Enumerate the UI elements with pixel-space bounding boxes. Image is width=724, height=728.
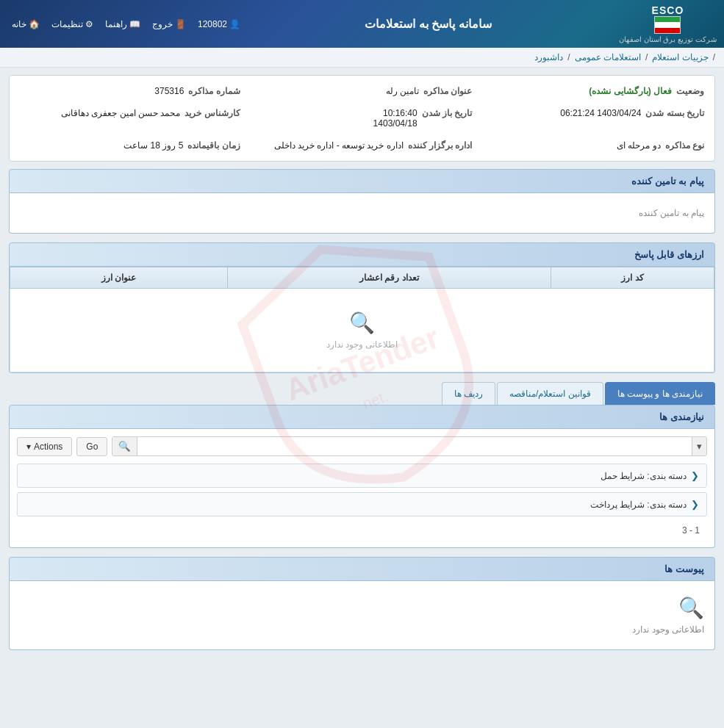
info-row-remaining: زمان باقیمانده 5 روز 18 ساعت [20,137,240,154]
expert-label: کارشناس خرید [184,108,240,118]
message-header: پیام به تامین کننده [9,169,715,193]
header-logo: ESCO شرکت توزیع برق استان اصفهان [619,4,717,43]
attachments-section: پیوست ها 🔍 اطلاعاتی وجود ندارد [9,557,715,650]
dept-label: اداره برگزار کننده [408,140,473,151]
search-dropdown-button[interactable]: ▾ [692,437,706,455]
category-row-payment[interactable]: ❮ دسته بندی: شرایط پرداخت [17,492,707,516]
message-body: پیام به تامین کننده [9,193,715,234]
pagination-text: 1 - 3 [682,525,700,536]
search-submit-button[interactable]: 🔍 [112,437,137,455]
number-value: 375316 [154,86,184,96]
nav-home[interactable]: 🏠 خانه [7,17,44,32]
home-icon: 🏠 [29,19,40,29]
nav-guide-label: راهنما [105,19,127,29]
tab-requirements[interactable]: نیازمندی ها و پیوست ها [605,382,715,405]
main-content: وضعیت فعال (بارگشایی نشده) عنوان مذاکره … [0,68,724,666]
currency-table: کد ارز تعداد رقم اعشار عنوان ارز 🔍 اطلاع… [10,267,714,372]
info-grid: وضعیت فعال (بارگشایی نشده) عنوان مذاکره … [20,83,704,154]
actions-button[interactable]: ▾ Actions [17,437,72,456]
col-decimal-count: تعداد رقم اعشار [227,267,551,289]
breadcrumb-item-3[interactable]: جزییات استعلام [652,52,708,62]
category-row-shipping[interactable]: ❮ دسته بندی: شرایط حمل [17,464,707,488]
remaining-label: زمان باقیمانده [187,140,240,151]
currency-body: کد ارز تعداد رقم اعشار عنوان ارز 🔍 اطلاع… [9,267,715,373]
inquiry-info-card: وضعیت فعال (بارگشایی نشده) عنوان مذاکره … [9,75,715,162]
info-row-close-date: تاریخ بسته شدن 1403/04/24 06:21:24 [484,105,704,131]
nav-guide[interactable]: 📖 راهنما [101,17,145,32]
info-row-dept: اداره برگزار کننده اداره خرید توسعه - اد… [252,137,473,154]
exit-icon: 🚪 [175,19,186,29]
currency-no-data-text: اطلاعاتی وجود ندارد [326,339,398,350]
info-row-neg-type: نوع مذاکره دو مرحله ای [484,137,704,154]
info-row-number: شماره مذاکره 375316 [20,83,240,99]
breadcrumb-item-1[interactable]: داشبورد [534,52,563,62]
nav-exit-label: خروج [152,19,173,29]
attachments-no-data-text: اطلاعاتی وجود ندارد [632,624,704,635]
breadcrumb-sep-3: / [567,52,570,62]
tab-laws[interactable]: قوانین استعلام/مناقصه [497,382,603,405]
requirements-header: نیازمندی ها [9,405,715,429]
nav-user[interactable]: 👤 120802 [193,17,245,32]
nav-home-label: خانه [12,19,26,29]
attachments-body: 🔍 اطلاعاتی وجود ندارد [9,581,715,650]
currency-no-data: 🔍 اطلاعاتی وجود ندارد [10,289,714,372]
tab-rows[interactable]: ردیف ها [442,382,495,405]
dept-value: اداره خرید توسعه - اداره خرید داخلی [274,140,404,151]
number-label: شماره مذاکره [188,86,240,96]
flag-icon [654,16,681,34]
info-row-title: عنوان مذاکره تامین رله [252,83,473,99]
actions-label: Actions [34,442,62,452]
currency-header: ارزهای قابل پاسخ [9,242,715,267]
requirements-toolbar: ▾ Actions Go 🔍 ▾ [17,436,707,456]
status-label: وضعیت [676,86,704,96]
nav-user-label: 120802 [198,19,227,29]
nav-exit[interactable]: 🚪 خروج [148,17,190,32]
header-nav: 👤 120802 🚪 خروج 📖 راهنما ⚙ تنظیمات 🏠 خان… [7,17,245,32]
open-date-label: تاریخ باز شدن [422,108,473,118]
remaining-value: 5 روز 18 ساعت [123,140,183,151]
close-date-value: 1403/04/24 06:21:24 [560,108,641,118]
search-wrapper: 🔍 ▾ [112,436,707,456]
chevron-icon-shipping: ❮ [691,470,699,481]
chevron-down-icon: ▾ [26,442,31,452]
search-icon: 🔍 [32,311,692,335]
info-row-status: وضعیت فعال (بارگشایی نشده) [484,83,704,99]
user-icon: 👤 [229,19,240,29]
breadcrumb-item-2[interactable]: استعلامات عمومی [575,52,641,62]
message-placeholder: پیام به تامین کننده [639,208,704,218]
logo-subtitle: شرکت توزیع برق استان اصفهان [619,35,717,43]
close-date-label: تاریخ بسته شدن [645,108,704,118]
tabs-container: نیازمندی ها و پیوست ها قوانین استعلام/من… [9,382,715,405]
header-right: ESCO شرکت توزیع برق استان اصفهان [612,4,717,43]
attach-search-icon: 🔍 [20,596,704,620]
attachments-no-data: 🔍 اطلاعاتی وجود ندارد [10,581,714,649]
category-label-payment: دسته بندی: شرایط پرداخت [590,500,687,510]
message-section: پیام به تامین کننده پیام به تامین کننده [9,169,715,234]
requirements-section: نیازمندی ها ▾ Actions Go 🔍 ▾ ❮ دسته بندی… [9,405,715,548]
nav-settings-label: تنظیمات [51,19,83,29]
neg-type-label: نوع مذاکره [665,140,704,151]
info-row-expert: کارشناس خرید محمد حسن امین جعفری دهاقانی [20,105,240,131]
logo-text: ESCO [652,4,684,16]
col-currency-code: کد ارز [551,267,714,289]
info-row-open-date: تاریخ باز شدن 10:16:40 1403/04/18 [252,105,473,131]
gear-icon: ⚙ [85,19,93,29]
breadcrumb-sep-2: / [645,52,648,62]
search-input[interactable] [137,438,692,455]
pagination: 1 - 3 [17,521,707,540]
currency-section: ارزهای قابل پاسخ کد ارز تعداد رقم اعشار … [9,242,715,373]
status-value: فعال (بارگشایی نشده) [589,86,672,96]
nav-settings[interactable]: ⚙ تنظیمات [47,17,98,32]
attachments-header: پیوست ها [9,557,715,581]
requirements-body: ▾ Actions Go 🔍 ▾ ❮ دسته بندی: شرایط حمل … [9,429,715,548]
header-title: سامانه پاسخ به استعلامات [245,17,612,31]
neg-type-value: دو مرحله ای [617,140,661,151]
go-button[interactable]: Go [76,437,107,456]
app-header: ESCO شرکت توزیع برق استان اصفهان سامانه … [0,0,724,48]
breadcrumb: / جزییات استعلام / استعلامات عمومی / داش… [0,48,724,68]
category-label-shipping: دسته بندی: شرایط حمل [601,471,687,481]
message-content: پیام به تامین کننده [10,193,714,233]
breadcrumb-sep-1: / [713,52,715,62]
book-icon: 📖 [129,19,140,29]
open-date-value: 10:16:40 1403/04/18 [373,108,417,129]
